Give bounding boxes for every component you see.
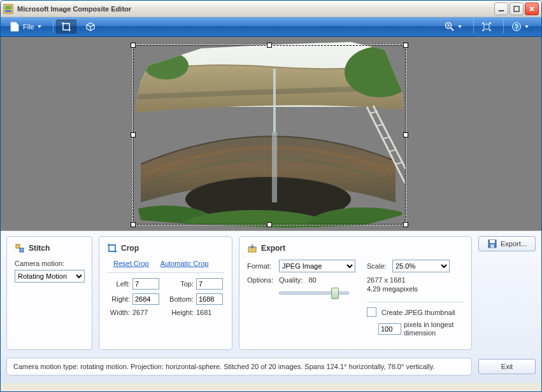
crop-handle-r[interactable]	[403, 132, 408, 137]
toolbar-separator	[503, 20, 504, 33]
crop-handle-l[interactable]	[131, 132, 136, 137]
status-text: Camera motion type: rotating motion. Pro…	[6, 358, 472, 375]
crop-tool-button[interactable]	[56, 20, 76, 34]
exit-label: Exit	[501, 363, 513, 370]
crop-handle-tl[interactable]	[131, 43, 136, 48]
image-viewport[interactable]	[1, 37, 541, 231]
stitch-title: Stitch	[29, 244, 50, 253]
thumbnail-checkbox[interactable]	[367, 307, 376, 317]
window-controls	[494, 3, 539, 15]
file-label: File	[23, 23, 34, 31]
stitch-icon	[15, 243, 25, 253]
crop-height-value: 1681	[196, 309, 228, 316]
camera-motion-select[interactable]: Rotating Motion	[15, 270, 85, 283]
export-title: Export	[261, 244, 285, 253]
toolbar-separator	[53, 20, 53, 33]
crop-right-label: Right:	[107, 295, 132, 303]
crop-handle-t[interactable]	[267, 43, 272, 48]
export-megapixels: 4.29 megapixels	[367, 285, 464, 293]
crop-selection[interactable]	[132, 45, 406, 225]
crop-width-value: 2677	[132, 309, 164, 316]
crop-left-input[interactable]	[132, 278, 159, 290]
toolbar: File	[1, 17, 541, 37]
toolbar-separator	[473, 20, 474, 33]
dropdown-arrow-icon	[525, 25, 529, 28]
thumbnail-desc: pixels in longest dimension	[404, 321, 464, 337]
svg-text:?: ?	[515, 24, 518, 31]
file-icon	[10, 22, 20, 32]
dropdown-arrow-icon	[458, 25, 462, 28]
app-icon	[3, 4, 13, 14]
window-title: Microsoft Image Composite Editor	[17, 5, 494, 13]
help-icon: ?	[511, 22, 522, 32]
crop-width-label: Width:	[107, 309, 132, 316]
cube-icon	[85, 22, 96, 32]
save-icon	[487, 239, 497, 249]
stitch-panel: Stitch Camera motion: Rotating Motion	[6, 236, 92, 350]
quality-value: 80	[308, 276, 316, 284]
crop-handle-tr[interactable]	[403, 43, 408, 48]
crop-right-input[interactable]	[132, 293, 159, 305]
crop-icon	[107, 243, 117, 253]
svg-rect-1	[5, 6, 11, 10]
exit-button[interactable]: Exit	[478, 359, 536, 374]
divider	[367, 302, 464, 302]
options-label: Options:	[247, 276, 276, 284]
crop-bottom-input[interactable]	[196, 293, 223, 305]
export-button[interactable]: Export...	[478, 236, 536, 251]
divider	[107, 272, 224, 273]
slider-thumb[interactable]	[331, 288, 339, 299]
crop-handle-b[interactable]	[267, 222, 272, 227]
svg-rect-3	[499, 10, 504, 11]
close-button[interactable]	[525, 3, 539, 15]
zoom-menu[interactable]	[439, 20, 467, 34]
svg-rect-24	[490, 244, 494, 248]
svg-rect-6	[484, 24, 489, 29]
fit-icon	[481, 22, 492, 32]
camera-motion-label: Camera motion:	[15, 260, 84, 267]
crop-handle-bl[interactable]	[131, 222, 136, 227]
crop-top-input[interactable]	[196, 278, 223, 290]
dropdown-arrow-icon	[38, 25, 41, 28]
format-select[interactable]: JPEG Image	[279, 260, 355, 272]
thumbnail-label: Create JPEG thumbnail	[382, 309, 455, 316]
quality-slider[interactable]	[279, 286, 349, 298]
scale-select[interactable]: 25.0%	[392, 260, 450, 272]
svg-rect-4	[514, 6, 519, 11]
file-menu[interactable]: File	[4, 20, 46, 34]
crop-height-label: Height:	[164, 309, 196, 316]
scale-label: Scale:	[367, 262, 390, 270]
automatic-crop-link[interactable]: Automatic Crop	[160, 260, 209, 267]
zoom-icon	[445, 22, 455, 32]
crop-top-label: Top:	[164, 280, 196, 288]
quality-label: Quality:	[279, 276, 303, 284]
svg-rect-23	[490, 240, 495, 243]
crop-handle-br[interactable]	[403, 222, 408, 227]
crop-title: Crop	[121, 244, 139, 253]
fit-screen-button[interactable]	[476, 20, 497, 34]
crop-panel: Crop Reset Crop Automatic Crop Left: Top…	[99, 236, 232, 350]
export-dimensions: 2677 x 1681	[367, 276, 464, 284]
minimize-button[interactable]	[494, 3, 508, 15]
crop-bottom-label: Bottom:	[164, 295, 196, 303]
svg-rect-2	[5, 10, 11, 12]
crop-left-label: Left:	[107, 280, 132, 288]
export-panel: Export Format: JPEG Image Options: Quali…	[239, 236, 472, 350]
status-bar: Camera motion type: rotating motion. Pro…	[1, 355, 541, 383]
help-menu[interactable]: ?	[506, 20, 534, 34]
thumbnail-size-input[interactable]	[378, 323, 401, 335]
export-button-area: Export...	[478, 236, 536, 350]
maximize-button[interactable]	[510, 3, 524, 15]
panels-area: Stitch Camera motion: Rotating Motion Cr…	[1, 231, 541, 355]
export-button-label: Export...	[501, 240, 527, 248]
3d-view-button[interactable]	[80, 20, 101, 34]
export-icon	[247, 243, 257, 253]
format-label: Format:	[247, 262, 276, 270]
reset-crop-link[interactable]: Reset Crop	[113, 260, 149, 267]
crop-icon	[61, 22, 71, 32]
title-bar: Microsoft Image Composite Editor	[1, 1, 541, 17]
